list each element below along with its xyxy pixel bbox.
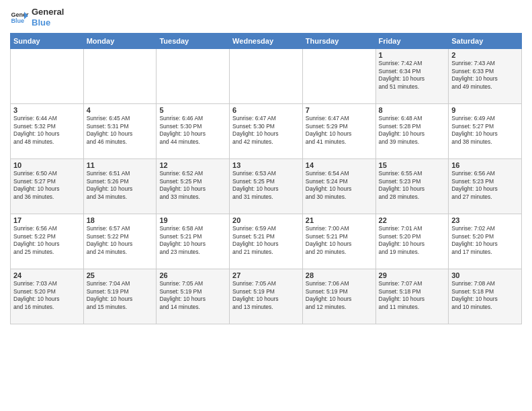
day-info: Sunrise: 6:59 AM Sunset: 5:21 PM Dayligh… xyxy=(232,225,300,256)
calendar-cell: 12Sunrise: 6:52 AM Sunset: 5:25 PM Dayli… xyxy=(157,159,230,214)
calendar-table: SundayMondayTuesdayWednesdayThursdayFrid… xyxy=(10,33,522,324)
day-number: 12 xyxy=(159,161,226,169)
calendar-cell: 29Sunrise: 7:07 AM Sunset: 5:18 PM Dayli… xyxy=(375,269,449,324)
day-info: Sunrise: 6:56 AM Sunset: 5:23 PM Dayligh… xyxy=(451,170,519,201)
calendar-cell xyxy=(83,49,157,104)
day-info: Sunrise: 6:52 AM Sunset: 5:25 PM Dayligh… xyxy=(159,170,226,201)
day-info: Sunrise: 7:00 AM Sunset: 5:21 PM Dayligh… xyxy=(306,225,373,256)
calendar-cell: 13Sunrise: 6:53 AM Sunset: 5:25 PM Dayli… xyxy=(230,159,303,214)
day-number: 2 xyxy=(451,51,519,59)
day-number: 21 xyxy=(306,216,373,224)
day-number: 6 xyxy=(232,106,300,114)
calendar-cell: 21Sunrise: 7:00 AM Sunset: 5:21 PM Dayli… xyxy=(302,214,375,269)
calendar-cell: 23Sunrise: 7:02 AM Sunset: 5:20 PM Dayli… xyxy=(449,214,522,269)
day-info: Sunrise: 6:48 AM Sunset: 5:28 PM Dayligh… xyxy=(379,115,446,146)
calendar-cell xyxy=(302,49,375,104)
calendar-cell xyxy=(230,49,303,104)
day-info: Sunrise: 6:46 AM Sunset: 5:30 PM Dayligh… xyxy=(159,115,226,146)
day-number: 15 xyxy=(379,161,446,169)
day-info: Sunrise: 6:57 AM Sunset: 5:22 PM Dayligh… xyxy=(87,225,154,256)
day-info: Sunrise: 6:50 AM Sunset: 5:27 PM Dayligh… xyxy=(13,170,81,201)
day-number: 16 xyxy=(451,161,519,169)
logo: General Blue General Blue xyxy=(10,7,64,28)
logo-text-blue: Blue xyxy=(32,17,64,28)
calendar-cell: 20Sunrise: 6:59 AM Sunset: 5:21 PM Dayli… xyxy=(230,214,303,269)
calendar-cell: 2Sunrise: 7:43 AM Sunset: 6:33 PM Daylig… xyxy=(449,49,522,104)
day-number: 30 xyxy=(451,271,519,279)
calendar-cell: 17Sunrise: 6:56 AM Sunset: 5:22 PM Dayli… xyxy=(11,214,84,269)
day-number: 14 xyxy=(306,161,373,169)
calendar-cell: 24Sunrise: 7:03 AM Sunset: 5:20 PM Dayli… xyxy=(11,269,84,324)
calendar-cell: 6Sunrise: 6:47 AM Sunset: 5:30 PM Daylig… xyxy=(230,104,303,159)
day-number: 4 xyxy=(87,106,154,114)
day-number: 17 xyxy=(13,216,81,224)
day-number: 11 xyxy=(87,161,154,169)
header: General Blue General Blue xyxy=(10,7,522,28)
day-number: 3 xyxy=(13,106,81,114)
week-row-1: 3Sunrise: 6:44 AM Sunset: 5:32 PM Daylig… xyxy=(11,104,522,159)
calendar-cell: 16Sunrise: 6:56 AM Sunset: 5:23 PM Dayli… xyxy=(449,159,522,214)
week-row-3: 17Sunrise: 6:56 AM Sunset: 5:22 PM Dayli… xyxy=(11,214,522,269)
day-info: Sunrise: 6:45 AM Sunset: 5:31 PM Dayligh… xyxy=(87,115,154,146)
calendar-cell: 10Sunrise: 6:50 AM Sunset: 5:27 PM Dayli… xyxy=(11,159,84,214)
day-info: Sunrise: 7:43 AM Sunset: 6:33 PM Dayligh… xyxy=(451,60,519,91)
day-info: Sunrise: 7:07 AM Sunset: 5:18 PM Dayligh… xyxy=(379,280,446,311)
week-row-4: 24Sunrise: 7:03 AM Sunset: 5:20 PM Dayli… xyxy=(11,269,522,324)
header-day-monday: Monday xyxy=(83,34,157,49)
day-number: 7 xyxy=(306,106,373,114)
week-row-0: 1Sunrise: 7:42 AM Sunset: 6:34 PM Daylig… xyxy=(11,49,522,104)
day-number: 25 xyxy=(87,271,154,279)
logo-icon: General Blue xyxy=(10,8,29,27)
day-number: 23 xyxy=(451,216,519,224)
calendar-cell: 26Sunrise: 7:05 AM Sunset: 5:19 PM Dayli… xyxy=(157,269,230,324)
header-day-thursday: Thursday xyxy=(302,34,375,49)
calendar-cell: 14Sunrise: 6:54 AM Sunset: 5:24 PM Dayli… xyxy=(302,159,375,214)
day-number: 10 xyxy=(13,161,81,169)
calendar-cell: 25Sunrise: 7:04 AM Sunset: 5:19 PM Dayli… xyxy=(83,269,157,324)
week-row-2: 10Sunrise: 6:50 AM Sunset: 5:27 PM Dayli… xyxy=(11,159,522,214)
day-info: Sunrise: 6:47 AM Sunset: 5:30 PM Dayligh… xyxy=(232,115,300,146)
calendar-cell xyxy=(157,49,230,104)
day-info: Sunrise: 6:58 AM Sunset: 5:21 PM Dayligh… xyxy=(159,225,226,256)
day-number: 9 xyxy=(451,106,519,114)
day-number: 13 xyxy=(232,161,300,169)
calendar-cell: 7Sunrise: 6:47 AM Sunset: 5:29 PM Daylig… xyxy=(302,104,375,159)
day-info: Sunrise: 7:42 AM Sunset: 6:34 PM Dayligh… xyxy=(379,60,446,91)
day-number: 27 xyxy=(232,271,300,279)
day-info: Sunrise: 6:49 AM Sunset: 5:27 PM Dayligh… xyxy=(451,115,519,146)
calendar-cell: 19Sunrise: 6:58 AM Sunset: 5:21 PM Dayli… xyxy=(157,214,230,269)
day-number: 22 xyxy=(379,216,446,224)
calendar-cell: 4Sunrise: 6:45 AM Sunset: 5:31 PM Daylig… xyxy=(83,104,157,159)
header-row: SundayMondayTuesdayWednesdayThursdayFrid… xyxy=(11,34,522,49)
calendar-cell: 5Sunrise: 6:46 AM Sunset: 5:30 PM Daylig… xyxy=(157,104,230,159)
day-number: 20 xyxy=(232,216,300,224)
header-day-wednesday: Wednesday xyxy=(230,34,303,49)
page-container: General Blue General Blue SundayMondayTu… xyxy=(0,0,532,331)
calendar-cell: 28Sunrise: 7:06 AM Sunset: 5:19 PM Dayli… xyxy=(302,269,375,324)
day-info: Sunrise: 7:03 AM Sunset: 5:20 PM Dayligh… xyxy=(13,280,81,311)
calendar-cell: 27Sunrise: 7:05 AM Sunset: 5:19 PM Dayli… xyxy=(230,269,303,324)
calendar-cell: 22Sunrise: 7:01 AM Sunset: 5:20 PM Dayli… xyxy=(375,214,449,269)
day-info: Sunrise: 6:55 AM Sunset: 5:23 PM Dayligh… xyxy=(379,170,446,201)
calendar-cell: 30Sunrise: 7:08 AM Sunset: 5:18 PM Dayli… xyxy=(449,269,522,324)
calendar-cell: 3Sunrise: 6:44 AM Sunset: 5:32 PM Daylig… xyxy=(11,104,84,159)
calendar-cell: 15Sunrise: 6:55 AM Sunset: 5:23 PM Dayli… xyxy=(375,159,449,214)
day-info: Sunrise: 7:02 AM Sunset: 5:20 PM Dayligh… xyxy=(451,225,519,256)
calendar-cell xyxy=(11,49,84,104)
day-info: Sunrise: 6:53 AM Sunset: 5:25 PM Dayligh… xyxy=(232,170,300,201)
day-number: 18 xyxy=(87,216,154,224)
day-number: 26 xyxy=(159,271,226,279)
day-info: Sunrise: 7:04 AM Sunset: 5:19 PM Dayligh… xyxy=(87,280,154,311)
day-info: Sunrise: 7:05 AM Sunset: 5:19 PM Dayligh… xyxy=(232,280,300,311)
calendar-cell: 9Sunrise: 6:49 AM Sunset: 5:27 PM Daylig… xyxy=(449,104,522,159)
day-number: 8 xyxy=(379,106,446,114)
day-number: 5 xyxy=(159,106,226,114)
day-info: Sunrise: 7:08 AM Sunset: 5:18 PM Dayligh… xyxy=(451,280,519,311)
calendar-cell: 1Sunrise: 7:42 AM Sunset: 6:34 PM Daylig… xyxy=(375,49,449,104)
svg-text:Blue: Blue xyxy=(11,17,24,24)
day-info: Sunrise: 6:56 AM Sunset: 5:22 PM Dayligh… xyxy=(13,225,81,256)
day-number: 1 xyxy=(379,51,446,59)
header-day-saturday: Saturday xyxy=(449,34,522,49)
day-info: Sunrise: 6:54 AM Sunset: 5:24 PM Dayligh… xyxy=(306,170,373,201)
day-number: 29 xyxy=(379,271,446,279)
